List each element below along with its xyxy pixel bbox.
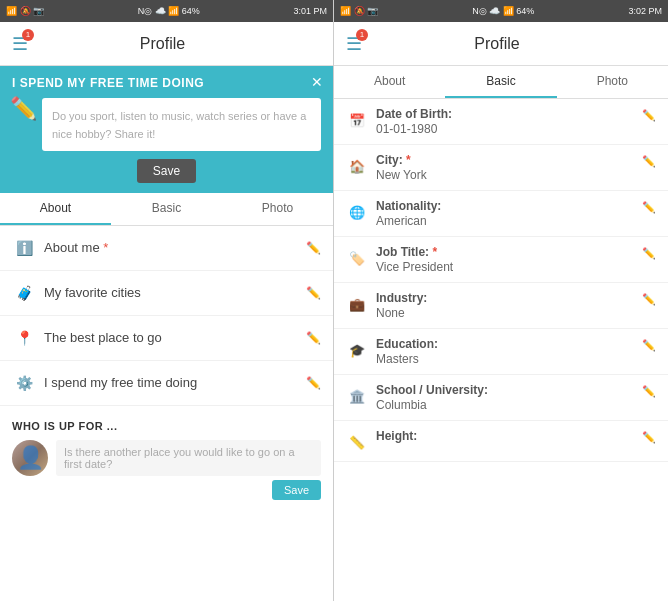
left-app-header: ☰ 1 Profile (0, 22, 333, 66)
place-icon: 📍 (12, 326, 36, 350)
industry-item[interactable]: 💼 Industry: None ✏️ (334, 283, 668, 329)
city-edit-icon[interactable]: ✏️ (642, 155, 656, 168)
university-icon: 🏛️ (346, 385, 368, 407)
city-item[interactable]: 🏠 City: * New York ✏️ (334, 145, 668, 191)
teal-save-button[interactable]: Save (137, 159, 196, 183)
dob-label: Date of Birth: (376, 107, 642, 121)
tab-photo-right[interactable]: Photo (557, 66, 668, 98)
height-label: Height: (376, 429, 642, 443)
teal-card: I SPEND MY FREE TIME DOING ✕ ✏️ Do you s… (0, 66, 333, 193)
right-phone: 📶 🔕 📷 N◎ ☁️ 📶 64% 3:02 PM ☰ 1 Profile Ab… (334, 0, 668, 601)
edit-icon-1[interactable]: ✏️ (306, 286, 321, 300)
who-placeholder: Is there another place you would like to… (64, 446, 295, 470)
left-header-title: Profile (140, 35, 185, 53)
user-avatar: 👤 (12, 440, 48, 476)
edit-icon-3[interactable]: ✏️ (306, 376, 321, 390)
cities-icon: 🧳 (12, 281, 36, 305)
right-status-bar: 📶 🔕 📷 N◎ ☁️ 📶 64% 3:02 PM (334, 0, 668, 22)
height-edit-icon[interactable]: ✏️ (642, 431, 656, 444)
school-item[interactable]: 🏛️ School / University: Columbia ✏️ (334, 375, 668, 421)
education-label: Education: (376, 337, 642, 351)
tab-basic-right[interactable]: Basic (445, 66, 556, 98)
left-status-icons: 📶 🔕 📷 (6, 6, 44, 16)
right-app-header: ☰ 1 Profile (334, 22, 668, 66)
globe-icon: 🌐 (346, 201, 368, 223)
jobtitle-label: Job Title: * (376, 245, 642, 259)
about-me-label: About me * (44, 240, 306, 255)
right-notification-badge: 1 (356, 29, 368, 41)
list-item[interactable]: 🧳 My favorite cities ✏️ (0, 271, 333, 316)
industry-label: Industry: (376, 291, 642, 305)
education-edit-icon[interactable]: ✏️ (642, 339, 656, 352)
height-content: Height: (376, 429, 642, 444)
free-time-placeholder: Do you sport, listen to music, watch ser… (52, 110, 306, 140)
dob-value: 01-01-1980 (376, 122, 642, 136)
jobtitle-value: Vice President (376, 260, 642, 274)
who-save-button[interactable]: Save (272, 480, 321, 500)
right-status-time: 3:02 PM (628, 6, 662, 16)
close-button[interactable]: ✕ (311, 74, 323, 90)
nationality-item[interactable]: 🌐 Nationality: American ✏️ (334, 191, 668, 237)
height-icon: 📏 (346, 431, 368, 453)
school-content: School / University: Columbia (376, 383, 642, 412)
nationality-edit-icon[interactable]: ✏️ (642, 201, 656, 214)
freetime-icon: ⚙️ (12, 371, 36, 395)
school-edit-icon[interactable]: ✏️ (642, 385, 656, 398)
tab-about-left[interactable]: About (0, 193, 111, 225)
list-item[interactable]: ⚙️ I spend my free time doing ✏️ (0, 361, 333, 406)
who-message-input[interactable]: Is there another place you would like to… (56, 440, 321, 476)
industry-content: Industry: None (376, 291, 642, 320)
left-status-center: N◎ ☁️ 📶 64% (138, 6, 200, 16)
notification-badge: 1 (22, 29, 34, 41)
briefcase-icon: 💼 (346, 293, 368, 315)
tab-about-right[interactable]: About (334, 66, 445, 98)
jobtitle-edit-icon[interactable]: ✏️ (642, 247, 656, 260)
city-content: City: * New York (376, 153, 642, 182)
teal-card-title: I SPEND MY FREE TIME DOING (12, 76, 321, 90)
height-item[interactable]: 📏 Height: ✏️ (334, 421, 668, 462)
jobtitle-item[interactable]: 🏷️ Job Title: * Vice President ✏️ (334, 237, 668, 283)
left-status-time: 3:01 PM (293, 6, 327, 16)
school-label: School / University: (376, 383, 642, 397)
info-icon: ℹ️ (12, 236, 36, 260)
free-time-label: I spend my free time doing (44, 375, 306, 390)
dob-item[interactable]: 📅 Date of Birth: 01-01-1980 ✏️ (334, 99, 668, 145)
who-save-row: Save (56, 480, 321, 500)
city-label: City: * (376, 153, 642, 167)
list-item[interactable]: 📍 The best place to go ✏️ (0, 316, 333, 361)
tab-basic-left[interactable]: Basic (111, 193, 222, 225)
left-tab-bar: About Basic Photo (0, 193, 333, 226)
edit-icon-2[interactable]: ✏️ (306, 331, 321, 345)
dob-content: Date of Birth: 01-01-1980 (376, 107, 642, 136)
list-item[interactable]: ℹ️ About me * ✏️ (0, 226, 333, 271)
nationality-value: American (376, 214, 642, 228)
tab-photo-left[interactable]: Photo (222, 193, 333, 225)
city-value: New York (376, 168, 642, 182)
education-content: Education: Masters (376, 337, 642, 366)
right-status-icons: 📶 🔕 📷 (340, 6, 378, 16)
tag-icon: 🏷️ (346, 247, 368, 269)
graduation-icon: 🎓 (346, 339, 368, 361)
nationality-label: Nationality: (376, 199, 642, 213)
education-item[interactable]: 🎓 Education: Masters ✏️ (334, 329, 668, 375)
left-profile-list: ℹ️ About me * ✏️ 🧳 My favorite cities ✏️… (0, 226, 333, 601)
free-time-input[interactable]: Do you sport, listen to music, watch ser… (42, 98, 321, 151)
right-status-center: N◎ ☁️ 📶 64% (472, 6, 534, 16)
best-place-label: The best place to go (44, 330, 306, 345)
school-value: Columbia (376, 398, 642, 412)
right-menu-icon-wrapper[interactable]: ☰ 1 (346, 33, 362, 55)
right-header-title: Profile (474, 35, 519, 53)
calendar-icon: 📅 (346, 109, 368, 131)
right-profile-list: 📅 Date of Birth: 01-01-1980 ✏️ 🏠 City: *… (334, 99, 668, 601)
who-card: WHO IS UP FOR ... 👤 Is there another pla… (0, 412, 333, 508)
education-value: Masters (376, 352, 642, 366)
who-title: WHO IS UP FOR ... (12, 420, 321, 432)
who-content: 👤 Is there another place you would like … (12, 440, 321, 500)
nationality-content: Nationality: American (376, 199, 642, 228)
menu-icon-wrapper[interactable]: ☰ 1 (12, 33, 28, 55)
dob-edit-icon[interactable]: ✏️ (642, 109, 656, 122)
favorite-cities-label: My favorite cities (44, 285, 306, 300)
industry-edit-icon[interactable]: ✏️ (642, 293, 656, 306)
jobtitle-content: Job Title: * Vice President (376, 245, 642, 274)
edit-icon-0[interactable]: ✏️ (306, 241, 321, 255)
